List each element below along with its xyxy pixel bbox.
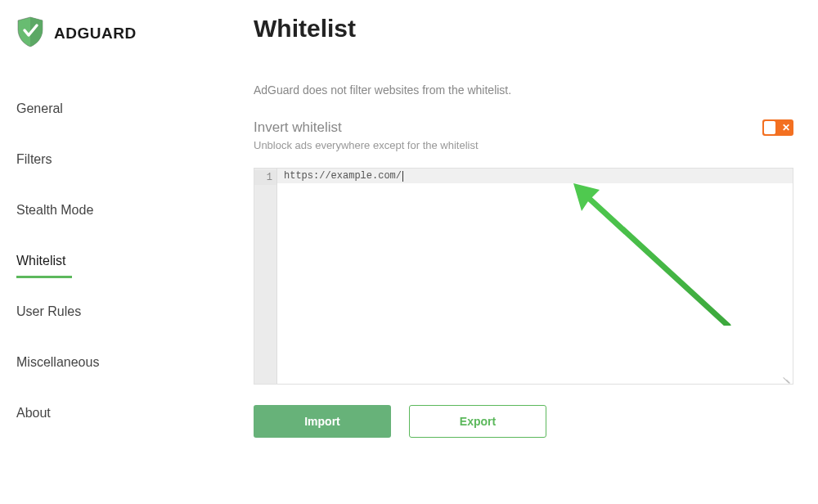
setting-text: Invert whitelist Unblock ads everywhere …	[254, 119, 762, 151]
invert-whitelist-toggle[interactable]: ✕	[762, 119, 793, 136]
sidebar-item-filters[interactable]: Filters	[16, 134, 213, 185]
sidebar: ADGUARD General Filters Stealth Mode Whi…	[0, 0, 213, 504]
button-row: Import Export	[254, 405, 793, 438]
page-title: Whitelist	[254, 15, 793, 43]
editor-content[interactable]: https://example.com/	[277, 169, 793, 384]
sidebar-item-miscellaneous[interactable]: Miscellaneous	[16, 337, 213, 388]
invert-whitelist-setting: Invert whitelist Unblock ads everywhere …	[254, 119, 793, 151]
sidebar-item-user-rules[interactable]: User Rules	[16, 286, 213, 337]
sidebar-item-stealth-mode[interactable]: Stealth Mode	[16, 185, 213, 236]
editor-gutter: 1	[254, 169, 277, 384]
sidebar-item-label: User Rules	[16, 304, 81, 318]
sidebar-nav: General Filters Stealth Mode Whitelist U…	[16, 83, 213, 439]
main-content: Whitelist AdGuard does not filter websit…	[213, 0, 818, 504]
page-description: AdGuard does not filter websites from th…	[254, 83, 793, 97]
sidebar-item-label: About	[16, 406, 51, 420]
setting-title: Invert whitelist	[254, 119, 762, 136]
shield-check-icon	[16, 16, 44, 51]
editor-line-number: 1	[254, 170, 276, 185]
import-button[interactable]: Import	[254, 405, 391, 438]
close-icon: ✕	[782, 123, 790, 133]
sidebar-item-label: General	[16, 101, 63, 115]
sidebar-item-whitelist[interactable]: Whitelist	[16, 236, 213, 286]
editor-line: https://example.com/	[277, 169, 793, 183]
resize-handle[interactable]	[782, 373, 792, 383]
export-button[interactable]: Export	[409, 405, 546, 438]
setting-subtitle: Unblock ads everywhere except for the wh…	[254, 139, 762, 151]
sidebar-item-label: Filters	[16, 152, 52, 166]
editor-text: https://example.com/	[284, 169, 402, 183]
sidebar-item-label: Whitelist	[16, 254, 65, 268]
whitelist-editor[interactable]: 1 https://example.com/	[254, 168, 793, 385]
sidebar-item-general[interactable]: General	[16, 83, 213, 134]
sidebar-item-label: Stealth Mode	[16, 203, 93, 217]
brand-logo: ADGUARD	[16, 16, 213, 51]
sidebar-item-label: Miscellaneous	[16, 355, 99, 369]
brand-name: ADGUARD	[54, 25, 137, 43]
text-cursor-icon	[402, 171, 403, 182]
sidebar-item-about[interactable]: About	[16, 388, 213, 439]
